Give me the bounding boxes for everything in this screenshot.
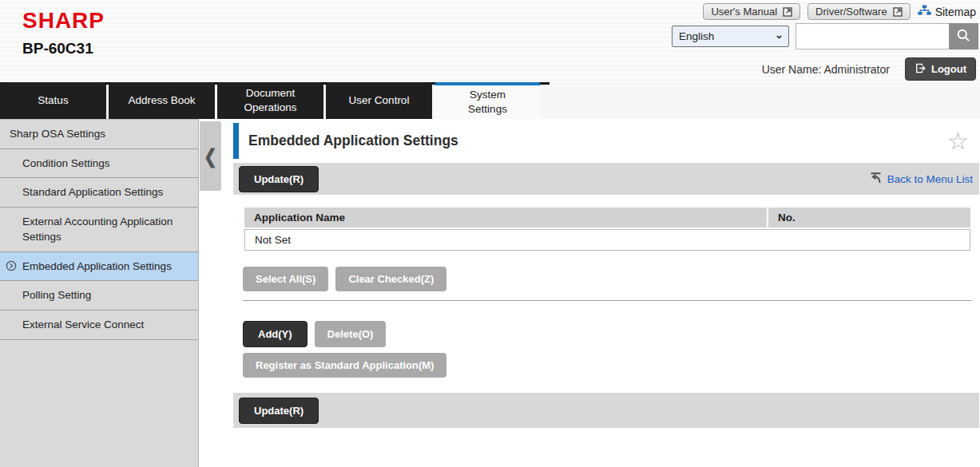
page-header: SHARP BP-60C31 User's Manual Driver/Soft… bbox=[0, 0, 980, 82]
user-name-label: User Name: Administrator bbox=[762, 63, 890, 76]
back-to-menu-link[interactable]: Back to Menu List bbox=[869, 172, 973, 187]
driver-software-label: Driver/Software bbox=[815, 6, 887, 18]
selection-button-row: Select All(S) Clear Checked(Z) bbox=[243, 267, 972, 291]
top-action-strip: Update(R) Back to Menu List bbox=[233, 163, 979, 195]
sidebar-item-condition-settings[interactable]: Condition Settings bbox=[0, 149, 198, 179]
search-input[interactable] bbox=[796, 23, 949, 49]
sidebar-item-embedded-application-settings[interactable]: Embedded Application Settings bbox=[0, 252, 198, 282]
back-to-menu-label: Back to Menu List bbox=[887, 173, 973, 185]
language-select[interactable]: English bbox=[672, 26, 789, 47]
application-table: Application Name No. Not Set bbox=[243, 206, 972, 252]
bottom-action-strip: Update(R) bbox=[233, 393, 979, 428]
clear-checked-button[interactable]: Clear Checked(Z) bbox=[335, 267, 446, 291]
language-select-wrap: English ⌄ bbox=[672, 26, 789, 47]
favorite-star-icon[interactable]: ☆ bbox=[947, 129, 969, 153]
search-box bbox=[796, 23, 978, 49]
driver-software-button[interactable]: Driver/Software bbox=[807, 3, 911, 20]
sidebar-item-external-accounting-application-settings[interactable]: External Accounting Application Settings bbox=[0, 208, 198, 252]
header-links-row: User's Manual Driver/Software Sitemap bbox=[703, 3, 976, 20]
return-arrow-icon bbox=[869, 172, 883, 187]
tab-system-settings[interactable]: System Settings bbox=[434, 82, 541, 119]
update-button-top[interactable]: Update(R) bbox=[239, 166, 319, 192]
sidebar-item-polling-setting[interactable]: Polling Setting bbox=[0, 281, 198, 311]
header-user-row: User Name: Administrator Logout bbox=[762, 57, 976, 81]
table-row: Not Set bbox=[244, 229, 970, 251]
application-name-cell: Not Set bbox=[244, 229, 970, 251]
sidebar-item-sharp-osa-settings[interactable]: Sharp OSA Settings bbox=[0, 120, 198, 149]
sidebar-collapse-handle[interactable]: ❮ bbox=[200, 121, 221, 191]
sidebar-item-standard-application-settings[interactable]: Standard Application Settings bbox=[0, 178, 198, 208]
users-manual-button[interactable]: User's Manual bbox=[703, 3, 800, 20]
tab-user-control[interactable]: User Control bbox=[326, 82, 432, 119]
tab-status[interactable]: Status bbox=[0, 82, 106, 119]
external-link-icon bbox=[783, 7, 792, 17]
logout-button[interactable]: Logout bbox=[905, 57, 976, 81]
tab-address-book[interactable]: Address Book bbox=[109, 82, 215, 119]
circle-arrow-icon bbox=[6, 260, 17, 276]
title-row: Embedded Application Settings ☆ bbox=[233, 119, 979, 163]
column-no: No. bbox=[768, 208, 970, 228]
register-standard-application-button[interactable]: Register as Standard Application(M) bbox=[243, 353, 446, 378]
main-panel: Embedded Application Settings ☆ Update(R… bbox=[233, 119, 979, 467]
external-link-icon bbox=[893, 7, 903, 17]
search-button[interactable] bbox=[949, 23, 978, 49]
title-accent-bar bbox=[233, 123, 239, 159]
search-icon bbox=[956, 28, 971, 46]
logout-icon bbox=[915, 62, 926, 77]
header-tools-row: English ⌄ bbox=[672, 23, 978, 49]
sharp-logo: SHARP bbox=[22, 8, 105, 34]
chevron-left-icon: ❮ bbox=[204, 144, 217, 168]
settings-sidebar: Sharp OSA Settings Condition Settings St… bbox=[0, 119, 199, 467]
main-tab-bar: Status Address Book Document Operations … bbox=[0, 82, 980, 119]
sitemap-icon bbox=[918, 5, 931, 19]
add-button[interactable]: Add(Y) bbox=[243, 321, 307, 347]
logout-label: Logout bbox=[931, 63, 966, 75]
select-all-button[interactable]: Select All(S) bbox=[243, 267, 328, 291]
model-name: BP-60C31 bbox=[22, 40, 93, 57]
sitemap-label: Sitemap bbox=[935, 6, 976, 18]
page-title: Embedded Application Settings bbox=[248, 133, 458, 149]
add-delete-button-row: Add(Y) Delete(O) bbox=[243, 321, 972, 347]
column-application-name: Application Name bbox=[244, 208, 767, 228]
tab-document-operations[interactable]: Document Operations bbox=[217, 82, 323, 119]
delete-button[interactable]: Delete(O) bbox=[315, 321, 387, 347]
users-manual-label: User's Manual bbox=[711, 6, 777, 18]
content-area: Sharp OSA Settings Condition Settings St… bbox=[0, 119, 980, 467]
sitemap-link[interactable]: Sitemap bbox=[918, 5, 976, 19]
section-divider bbox=[243, 300, 972, 301]
main-body: Application Name No. Not Set Select All(… bbox=[243, 206, 972, 378]
table-header-row: Application Name No. bbox=[244, 208, 970, 228]
register-button-row: Register as Standard Application(M) bbox=[243, 353, 972, 378]
update-button-bottom[interactable]: Update(R) bbox=[239, 398, 319, 424]
sidebar-item-external-service-connect[interactable]: External Service Connect bbox=[0, 311, 198, 340]
